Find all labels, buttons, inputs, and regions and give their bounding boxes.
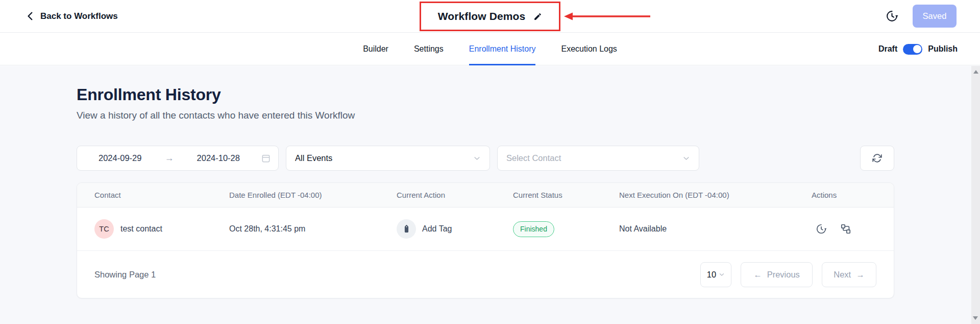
table-header-row: Contact Date Enrolled (EDT -04:00) Curre… xyxy=(77,183,894,207)
current-action-cell: Add Tag xyxy=(397,219,513,239)
calendar-icon xyxy=(261,153,271,164)
workflow-title[interactable]: Workflow Demos xyxy=(438,10,525,22)
execution-flow-icon[interactable] xyxy=(840,223,851,235)
event-filter-value: All Events xyxy=(295,153,332,163)
page-title: Enrollment History xyxy=(77,85,221,104)
event-filter-dropdown[interactable]: All Events xyxy=(286,146,490,171)
scrollbar-up-icon[interactable] xyxy=(973,70,978,74)
current-action-label: Add Tag xyxy=(422,224,452,234)
toggle-knob xyxy=(913,45,921,53)
annotation-highlight-box: Workflow Demos xyxy=(420,2,560,31)
previous-label: Previous xyxy=(767,270,800,280)
topbar-right-group: Saved xyxy=(886,5,957,28)
workflow-page: Back to Workflows Workflow Demos Saved xyxy=(0,0,980,324)
contact-filter-dropdown[interactable]: Select Contact xyxy=(497,146,699,171)
pagination-controls: 10 ← Previous Next → xyxy=(700,262,876,287)
history-clock-icon[interactable] xyxy=(886,10,898,22)
col-contact: Contact xyxy=(94,191,229,199)
date-range-picker[interactable]: 2024-09-29 → 2024-10-28 xyxy=(77,146,279,171)
filter-row: 2024-09-29 → 2024-10-28 All Events Selec… xyxy=(77,146,894,171)
scrollbar-down-icon[interactable] xyxy=(973,316,978,320)
col-current-action: Current Action xyxy=(397,191,513,199)
content-area: Enrollment History View a history of all… xyxy=(0,66,980,324)
showing-page-label: Showing Page 1 xyxy=(94,270,156,280)
arrow-right-icon: → xyxy=(856,270,865,280)
publish-toggle[interactable] xyxy=(903,44,922,55)
chevron-left-icon xyxy=(26,11,35,21)
draft-label: Draft xyxy=(878,44,897,54)
page-size-select[interactable]: 10 xyxy=(700,262,731,287)
annotation-arrow xyxy=(564,12,651,21)
next-page-button[interactable]: Next → xyxy=(822,262,876,287)
page-subtitle: View a history of all the contacts who h… xyxy=(77,110,355,121)
contact-filter-placeholder: Select Contact xyxy=(506,153,561,163)
tag-icon xyxy=(397,219,416,239)
top-bar: Back to Workflows Workflow Demos Saved xyxy=(0,0,980,33)
status-badge: Finished xyxy=(513,221,554,237)
row-actions-cell xyxy=(812,223,876,235)
date-end-value[interactable]: 2024-10-28 xyxy=(197,153,240,163)
next-label: Next xyxy=(834,270,851,280)
saved-button[interactable]: Saved xyxy=(913,5,957,28)
tab-builder[interactable]: Builder xyxy=(363,33,388,65)
tab-enrollment-history[interactable]: Enrollment History xyxy=(469,33,536,65)
date-enrolled-cell: Oct 28th, 4:31:45 pm xyxy=(229,224,397,234)
refresh-icon xyxy=(872,153,883,164)
tab-execution-logs[interactable]: Execution Logs xyxy=(561,33,617,65)
enrollment-history-icon[interactable] xyxy=(816,223,827,235)
chevron-down-icon xyxy=(682,154,690,162)
vertical-scrollbar[interactable] xyxy=(971,66,980,324)
table-footer: Showing Page 1 10 ← Previous Next → xyxy=(77,251,894,298)
tab-settings[interactable]: Settings xyxy=(414,33,444,65)
table-row: TC test contact Oct 28th, 4:31:45 pm Add… xyxy=(77,207,894,251)
date-start-value[interactable]: 2024-09-29 xyxy=(99,153,141,163)
previous-page-button[interactable]: ← Previous xyxy=(741,262,813,287)
avatar: TC xyxy=(94,219,114,239)
pencil-icon[interactable] xyxy=(533,12,542,21)
chevron-down-icon xyxy=(473,154,481,162)
publish-label: Publish xyxy=(928,44,958,54)
contact-name: test contact xyxy=(120,224,162,234)
col-next-execution: Next Execution On (EDT -04:00) xyxy=(619,191,812,199)
tab-bar: Builder Settings Enrollment History Exec… xyxy=(0,33,980,65)
arrow-left-icon: ← xyxy=(753,270,762,280)
col-current-status: Current Status xyxy=(513,191,619,199)
publish-toggle-group: Draft Publish xyxy=(878,33,958,65)
back-label: Back to Workflows xyxy=(40,11,118,21)
refresh-button[interactable] xyxy=(860,146,894,171)
date-range-arrow-icon: → xyxy=(162,153,176,164)
col-actions: Actions xyxy=(812,191,876,199)
current-status-cell: Finished xyxy=(513,221,619,237)
col-date-enrolled: Date Enrolled (EDT -04:00) xyxy=(229,191,397,199)
next-execution-cell: Not Available xyxy=(619,224,812,234)
enrollment-table-card: Contact Date Enrolled (EDT -04:00) Curre… xyxy=(77,182,894,298)
page-size-value: 10 xyxy=(707,270,716,280)
contact-cell: TC test contact xyxy=(94,219,229,239)
back-to-workflows-button[interactable]: Back to Workflows xyxy=(26,11,118,21)
